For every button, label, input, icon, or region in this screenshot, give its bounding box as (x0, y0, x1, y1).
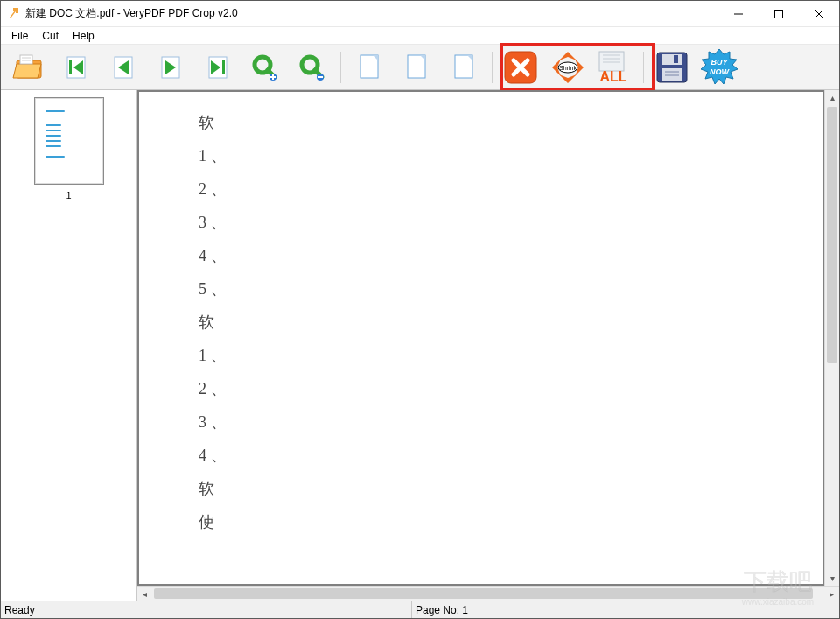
page-line: 3 、 (199, 215, 227, 230)
first-page-button[interactable] (55, 48, 97, 87)
svg-marker-53 (701, 49, 738, 84)
page-line: 4 、 (199, 447, 227, 463)
page-button-2[interactable] (396, 48, 438, 87)
open-button[interactable] (8, 48, 50, 87)
app-window: 新建 DOC 文档.pdf - VeryPDF PDF Crop v2.0 Fi… (0, 0, 840, 619)
page-thumbnail[interactable] (34, 97, 104, 185)
shrink-button[interactable]: Shrink (547, 48, 589, 87)
svg-rect-42 (599, 52, 624, 71)
svg-rect-1 (775, 10, 783, 18)
crop-all-button[interactable]: ALL (594, 48, 636, 87)
page-viewer: 软 1 、 2 、 3 、 4 、 5 、 软 1 、 2 、 3 、 4 、 … (137, 90, 839, 601)
page-content: 软 1 、 2 、 3 、 4 、 5 、 软 1 、 2 、 3 、 4 、 … (199, 115, 227, 530)
page-button-3[interactable] (443, 48, 485, 87)
titlebar: 新建 DOC 文档.pdf - VeryPDF PDF Crop v2.0 (1, 1, 839, 27)
menu-file[interactable]: File (4, 28, 35, 44)
svg-text:BUY: BUY (710, 58, 728, 67)
vertical-scrollbar[interactable]: ▴ ▾ (824, 90, 839, 586)
svg-rect-49 (674, 55, 678, 63)
menubar: File Cut Help (1, 27, 839, 45)
app-icon (6, 7, 20, 21)
workspace: 1 软 1 、 2 、 3 、 4 、 5 、 软 1 、 (1, 90, 839, 601)
scroll-up-icon[interactable]: ▴ (825, 90, 839, 105)
thumbnail-panel: 1 (1, 90, 137, 601)
toolbar-separator (340, 52, 341, 83)
page-line: 软 (199, 115, 227, 130)
scroll-thumb[interactable] (827, 107, 837, 363)
page-area[interactable]: 软 1 、 2 、 3 、 4 、 5 、 软 1 、 2 、 3 、 4 、 … (137, 90, 824, 586)
status-ready: Ready (1, 601, 412, 618)
page-line: 2 、 (199, 381, 227, 397)
svg-text:Shrink: Shrink (559, 65, 577, 71)
svg-rect-48 (662, 54, 682, 65)
last-page-button[interactable] (197, 48, 239, 87)
thumbnail-label: 1 (66, 190, 71, 200)
svg-text:NOW: NOW (710, 67, 731, 76)
toolbar-separator (643, 52, 644, 83)
buy-now-button[interactable]: BUY NOW (698, 48, 740, 87)
page-canvas: 软 1 、 2 、 3 、 4 、 5 、 软 1 、 2 、 3 、 4 、 … (139, 92, 822, 584)
page-line: 5 、 (199, 281, 227, 297)
svg-rect-5 (20, 55, 32, 64)
delete-button[interactable] (500, 48, 542, 87)
zoom-in-button[interactable] (244, 48, 286, 87)
svg-marker-36 (559, 52, 577, 60)
status-page-no: Page No: 1 (412, 601, 839, 618)
scroll-left-icon[interactable]: ◂ (137, 587, 152, 601)
svg-text:ALL: ALL (599, 69, 626, 84)
window-title: 新建 DOC 文档.pdf - VeryPDF PDF Crop v2.0 (25, 6, 238, 21)
toolbar: Shrink ALL (1, 45, 839, 90)
close-button[interactable] (799, 1, 839, 27)
page-line: 软 (199, 481, 227, 496)
scroll-right-icon[interactable]: ▸ (824, 587, 839, 601)
svg-rect-17 (222, 60, 225, 74)
svg-rect-9 (69, 60, 72, 74)
page-line: 4 、 (199, 248, 227, 264)
page-line: 软 (199, 314, 227, 330)
prev-page-button[interactable] (102, 48, 144, 87)
scroll-thumb[interactable] (154, 588, 813, 599)
menu-help[interactable]: Help (66, 28, 102, 44)
status-bar: Ready Page No: 1 (1, 601, 839, 618)
svg-marker-37 (559, 74, 577, 83)
page-line: 3 、 (199, 414, 227, 430)
page-button-1[interactable] (348, 48, 390, 87)
menu-cut[interactable]: Cut (35, 28, 66, 44)
toolbar-separator (492, 52, 493, 83)
save-button[interactable] (651, 48, 693, 87)
maximize-button[interactable] (759, 1, 799, 27)
horizontal-scrollbar[interactable]: ◂ ▸ (137, 586, 839, 601)
page-line: 使 (199, 514, 227, 530)
zoom-out-button[interactable] (291, 48, 333, 87)
scroll-down-icon[interactable]: ▾ (825, 571, 839, 586)
page-line: 2 、 (199, 181, 227, 197)
svg-rect-50 (662, 68, 682, 81)
svg-rect-27 (360, 55, 378, 78)
svg-rect-29 (408, 55, 425, 78)
svg-rect-31 (455, 55, 472, 78)
page-line: 1 、 (199, 148, 227, 164)
minimize-button[interactable] (718, 1, 759, 27)
page-line: 1 、 (199, 348, 227, 363)
next-page-button[interactable] (150, 48, 192, 87)
